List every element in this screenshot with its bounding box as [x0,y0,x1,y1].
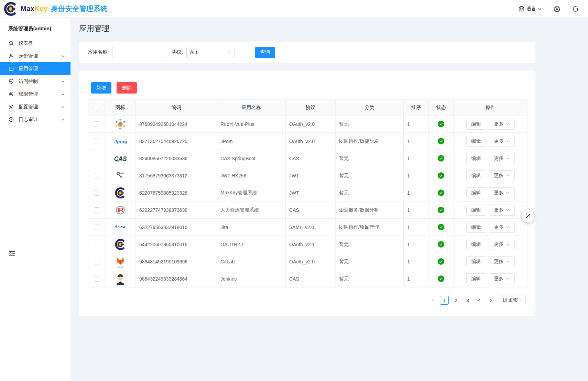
row-name: JWT HS256 [217,167,286,184]
row-code: 876892492581044224 [136,116,217,133]
row-protocol: CAS [286,202,336,219]
sidebar-item-label: 权限管理 [19,91,61,97]
more-button[interactable]: 更多 [489,205,515,216]
floating-tool-button[interactable] [522,210,534,222]
more-button[interactable]: 更多 [489,273,515,284]
protocol-select[interactable]: ALL [186,47,235,58]
status-enabled-icon [438,121,444,127]
home-icon [8,40,14,46]
svg-text:GitLab: GitLab [117,266,123,268]
row-protocol: OAuth_v2.0 [286,133,336,150]
edit-button[interactable]: 编辑 [466,187,486,198]
row-sort: 1 [404,236,429,253]
row-status-cell [429,167,454,184]
language-switcher[interactable]: 语言 [518,6,542,12]
edit-button[interactable]: 编辑 [466,222,486,233]
row-protocol: JWT [286,167,336,184]
row-code: 986432249333284864 [136,270,217,287]
pagination-page-2[interactable]: 2 [451,296,460,305]
column-header-name: 应用名称 [217,100,286,116]
row-checkbox-cell [88,202,105,219]
more-button[interactable]: 更多 [489,239,515,250]
chevron-down-icon [506,208,510,212]
status-enabled-icon [438,207,444,213]
edit-button[interactable]: 编辑 [466,136,486,147]
row-category: 暂无 [336,116,404,133]
table-row: JWT817568793663373312JWT HS256JWT暂无1编辑更多 [88,167,527,184]
more-button[interactable]: 更多 [489,136,515,147]
jpom-logo: Jpom [113,134,127,149]
sidebar-item-home[interactable]: 仪表盘 [0,37,70,50]
more-button[interactable]: 更多 [489,222,515,233]
sidebar-collapse-button[interactable] [8,250,16,257]
chevron-down-icon [61,92,65,96]
sidebar-item-label: 日志审计 [19,117,61,123]
edit-button[interactable]: 编辑 [466,273,486,284]
search-button[interactable]: 查询 [255,47,275,58]
delete-button[interactable]: 删除 [117,82,137,94]
row-checkbox-cell [88,167,105,184]
logout-button[interactable] [572,6,579,12]
edit-button[interactable]: 编辑 [466,119,486,130]
sidebar-item-shield[interactable]: 访问控制 [0,75,70,88]
sidebar-item-user[interactable]: 身份管理 [0,50,70,62]
table-toolbar: 新增 删除 [88,82,526,94]
edit-button[interactable]: 编辑 [466,256,486,267]
row-checkbox[interactable] [94,225,99,230]
ruoyi-logo [113,117,127,131]
edit-button[interactable]: 编辑 [466,205,486,216]
current-user-label: 系统管理员(admin) [0,18,70,37]
status-enabled-icon [438,224,444,230]
pagination-prev-button[interactable] [429,295,437,305]
add-button[interactable]: 新增 [91,82,111,94]
brand: Max Key 身份安全管理系统 [0,2,108,16]
row-checkbox[interactable] [94,259,99,264]
row-status-cell [429,270,454,287]
more-button[interactable]: 更多 [489,256,515,267]
column-header-protocol: 协议 [286,100,336,116]
row-sort: 1 [404,253,429,270]
sidebar-item-medal[interactable]: 权限管理 [0,88,70,100]
settings-gear-button[interactable] [554,6,560,12]
pagination-next-button[interactable] [487,295,495,305]
jenkins-logo [113,272,127,286]
more-button[interactable]: 更多 [489,170,515,181]
app-name-input[interactable] [112,47,151,58]
maxkey-logo [113,237,127,252]
select-all-checkbox[interactable] [94,105,99,110]
sidebar-item-gear[interactable]: 配置管理 [0,100,70,113]
edit-button[interactable]: 编辑 [466,170,486,181]
row-checkbox[interactable] [94,190,99,196]
edit-button[interactable]: 编辑 [466,239,486,250]
row-checkbox-cell [88,150,105,167]
page-size-select[interactable]: 10 条/页 [500,295,526,305]
pagination-page-3[interactable]: 3 [463,296,472,305]
protocol-label: 协议: [172,49,183,55]
chevron-down-icon [61,105,65,109]
sidebar-item-apps[interactable]: 应用管理 [0,62,70,75]
row-checkbox[interactable] [94,242,99,247]
row-checkbox-cell [88,184,105,202]
row-icon-cell [105,184,136,202]
user-icon [8,53,14,59]
row-checkbox[interactable] [94,207,99,213]
more-button[interactable]: 更多 [489,119,515,130]
header-checkbox-cell [88,100,105,116]
more-button[interactable]: 更多 [489,153,515,164]
row-checkbox[interactable] [94,139,99,144]
row-icon-cell: GitLab [105,253,136,270]
row-ops-cell: 编辑更多 [454,150,527,167]
more-button[interactable]: 更多 [489,187,515,198]
row-checkbox[interactable] [94,173,99,178]
row-checkbox-cell [88,219,105,236]
edit-button[interactable]: 编辑 [466,153,486,164]
table-row: GitLab986431492190109696GitLabOAuth_v2.0… [88,253,527,270]
row-ops-cell: 编辑更多 [454,253,527,270]
pagination-page-4[interactable]: 4 [475,296,484,305]
jwt-logo: JWT [113,168,127,183]
sidebar-item-clock[interactable]: 日志审计 [0,113,70,126]
row-checkbox[interactable] [94,121,99,127]
row-checkbox[interactable] [94,156,99,161]
row-checkbox[interactable] [94,276,99,282]
pagination-page-1[interactable]: 1 [440,296,449,305]
